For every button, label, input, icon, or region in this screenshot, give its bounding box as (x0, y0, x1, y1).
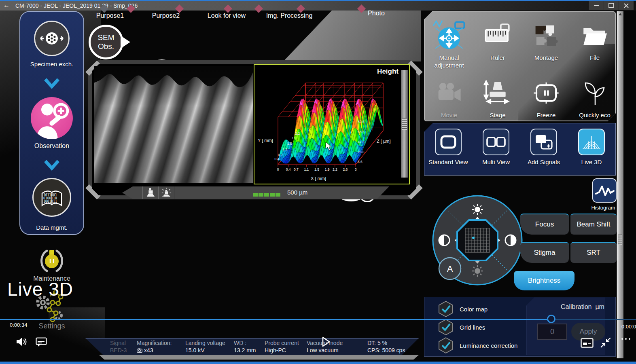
svg-text:2.2: 2.2 (333, 167, 337, 171)
sidebar-item-observation[interactable] (31, 97, 73, 139)
svg-text:5.6: 5.6 (358, 160, 363, 164)
svg-text:Y [ mm]: Y [ mm] (258, 138, 273, 143)
checkbox-checked-icon[interactable] (439, 319, 453, 335)
maximize-icon[interactable] (604, 1, 619, 10)
live-3d-icon (581, 133, 602, 151)
stigma-button[interactable]: Stigma (520, 242, 569, 263)
beam-shift-label: Beam Shift (577, 220, 610, 229)
svg-text:Z [ µm]: Z [ µm] (377, 139, 390, 144)
height-3d-view[interactable]: 00.40.71.11.51.92.22.630.40.71.11.51.92.… (254, 64, 410, 184)
scroll-up-icon[interactable] (619, 13, 622, 15)
status-landing-voltage: Landing voltage15.0 kV (185, 339, 225, 354)
view-live-3d[interactable]: Live 3D (568, 123, 615, 175)
video-progress-done[interactable] (0, 319, 547, 320)
checkbox-checked-icon[interactable] (439, 301, 453, 317)
calibration-value: 0 (550, 328, 554, 336)
view-add-signals[interactable]: Add Signals (520, 123, 568, 175)
svg-text:0.4: 0.4 (275, 157, 280, 161)
svg-text:1.1: 1.1 (304, 167, 309, 171)
video-scrubber[interactable] (547, 315, 555, 323)
vertical-scrollbar[interactable] (617, 11, 623, 358)
maintenance-icon[interactable] (36, 248, 67, 274)
more-options-icon[interactable] (621, 338, 630, 340)
status-bar-base (99, 355, 419, 360)
sidebar-item-specimen-exchange[interactable] (34, 21, 70, 56)
view-label: Live 3D (581, 159, 602, 165)
sem-image[interactable] (94, 66, 253, 183)
close-icon[interactable] (619, 1, 634, 10)
focus-button[interactable]: Focus (520, 214, 569, 235)
video-progress-remaining[interactable] (555, 319, 636, 320)
status-magnification: Magnification: x43 (137, 339, 172, 354)
video-overlay-title: Live 3D (7, 278, 73, 300)
histogram-icon (594, 183, 615, 198)
collapse-panel-icon[interactable] (600, 336, 612, 349)
app-window: ← CM-7000 - JEOL - JEOL_2019 01 29 - Smp… (0, 0, 636, 364)
auto-button[interactable]: A (439, 258, 461, 279)
view-mode-panel: Standard View Multi View Add Signals Li (424, 123, 616, 176)
histogram-button[interactable] (592, 178, 617, 203)
back-icon[interactable]: ← (3, 2, 10, 9)
volume-icon[interactable] (15, 336, 28, 347)
sem-shade (94, 66, 253, 183)
play-button[interactable] (318, 334, 333, 349)
adjustment-dial[interactable]: A (430, 193, 525, 288)
microscope-mode-icon[interactable] (142, 186, 159, 199)
tool-quickly-eco[interactable]: Quickly eco (570, 70, 619, 121)
view-label: Add Signals (528, 159, 560, 165)
sem-obs-label: SEM Obs. (91, 33, 121, 51)
dial-grid-icon (465, 228, 490, 252)
view-standard[interactable]: Standard View (424, 123, 472, 175)
tool-movie[interactable]: Movie (425, 70, 473, 121)
stage-icon (483, 80, 512, 106)
brightness-button[interactable]: Brightness (514, 271, 575, 290)
tool-montage[interactable]: Montage (522, 12, 570, 70)
tool-file[interactable]: File (570, 12, 619, 70)
svg-text:0.7: 0.7 (278, 153, 283, 157)
sem-obs-button[interactable]: SEM Obs. (89, 25, 123, 59)
svg-text:1001011: 1001011 (43, 200, 57, 203)
microscope-flash-icon[interactable] (158, 186, 174, 199)
tool-ruler[interactable]: Ruler (473, 12, 522, 70)
flow-arrow-icon (43, 159, 61, 172)
svg-text:X [ mm]: X [ mm] (311, 176, 326, 181)
viewer-handle[interactable] (401, 70, 408, 178)
option-color-map[interactable]: Color map (439, 301, 488, 317)
captions-icon[interactable] (36, 337, 48, 347)
ruler-icon (483, 23, 512, 48)
scrollbar-grip[interactable] (618, 235, 622, 245)
freeze-icon (532, 81, 560, 105)
sidebar-item-label: Data mgmt. (19, 224, 84, 231)
sidebar-item-data-mgmt[interactable]: 1011001 0100110 1001011 (32, 178, 71, 217)
apply-label: Apply (580, 328, 597, 336)
tool-label: Ruler (473, 54, 522, 62)
tool-freeze[interactable]: Freeze (522, 70, 570, 121)
checkbox-checked-icon[interactable] (439, 337, 453, 353)
keyboard-icon[interactable] (581, 338, 594, 348)
option-grid-lines[interactable]: Grid lines (439, 319, 485, 335)
status-probe-current: Probe currentHigh-PC (265, 339, 299, 354)
svg-text:1.9: 1.9 (325, 167, 330, 171)
add-signals-icon (534, 133, 553, 150)
minimize-icon[interactable] (589, 1, 604, 10)
workflow-caption: Purpose2 (142, 12, 190, 19)
focus-label: Focus (535, 220, 554, 229)
specimen-exchange-icon (39, 29, 65, 48)
tool-stage[interactable]: Stage (473, 70, 522, 121)
option-label: Luminance correction (460, 342, 517, 349)
view-multi[interactable]: Multi View (472, 123, 520, 175)
status-signal: SignalBED-3 (110, 339, 127, 354)
tool-manual-adjustment[interactable]: Manual adjustment (425, 12, 473, 70)
calibration-value-input[interactable]: 0 (537, 324, 567, 340)
svg-text:0.4: 0.4 (286, 167, 291, 171)
histogram-label: Histogram (589, 205, 617, 211)
option-luminance-correction[interactable]: Luminance correction (439, 337, 517, 353)
option-label: Color map (460, 306, 488, 313)
svg-text:68.6: 68.6 (358, 130, 365, 134)
window-controls (589, 1, 634, 10)
svg-text:1.1: 1.1 (282, 147, 287, 151)
srt-button[interactable]: SRT (570, 242, 617, 263)
tools-panel: Manual adjustment Ruler (424, 11, 616, 121)
beam-shift-button[interactable]: Beam Shift (570, 214, 617, 235)
tool-label: Movie (425, 112, 473, 119)
